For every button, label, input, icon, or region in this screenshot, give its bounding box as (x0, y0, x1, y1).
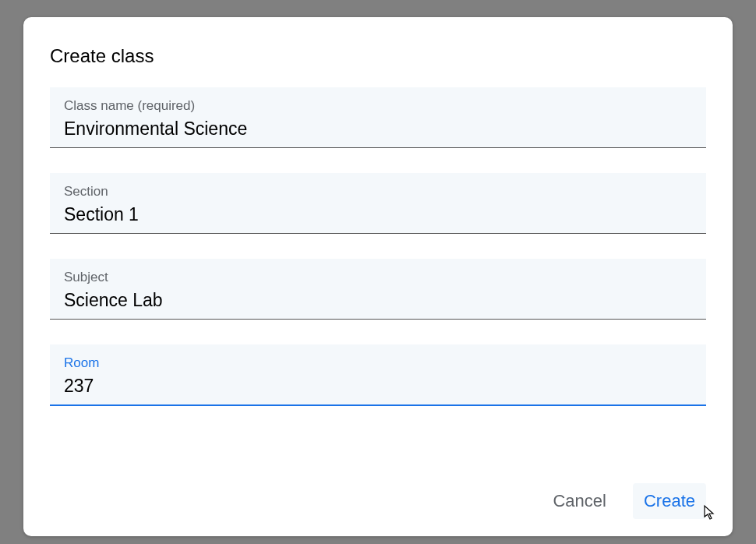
create-class-dialog: Create class Class name (required) Secti… (23, 17, 733, 536)
class-name-label: Class name (required) (64, 98, 692, 114)
room-input[interactable] (64, 376, 692, 397)
form-fields: Class name (required) Section Subject Ro… (50, 87, 706, 480)
room-label: Room (64, 355, 692, 371)
create-button[interactable]: Create (633, 483, 706, 519)
dialog-actions: Cancel Create (50, 480, 706, 519)
dialog-title: Create class (50, 45, 706, 67)
class-name-field[interactable]: Class name (required) (50, 87, 706, 148)
section-label: Section (64, 184, 692, 200)
class-name-input[interactable] (64, 118, 692, 140)
subject-field[interactable]: Subject (50, 259, 706, 320)
subject-label: Subject (64, 270, 692, 285)
section-input[interactable] (64, 204, 692, 225)
cancel-button[interactable]: Cancel (542, 483, 616, 519)
room-field[interactable]: Room (50, 344, 706, 406)
section-field[interactable]: Section (50, 173, 706, 234)
subject-input[interactable] (64, 290, 692, 311)
